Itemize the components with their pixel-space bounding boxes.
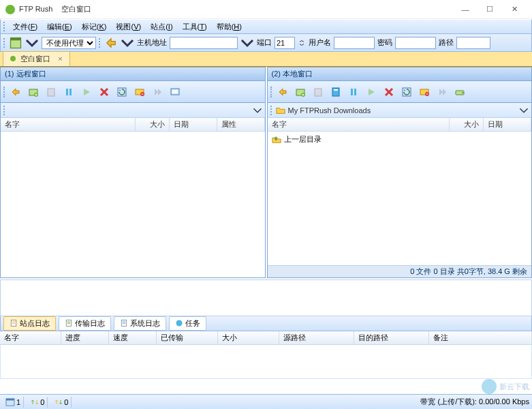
doc-icon xyxy=(65,319,73,327)
menu-view[interactable]: 视图(V) xyxy=(112,20,145,33)
remote-refresh-button[interactable] xyxy=(114,84,130,100)
menu-help[interactable]: 帮助(H) xyxy=(213,20,246,33)
queue-col-name[interactable]: 名字 xyxy=(0,331,61,344)
menu-edit[interactable]: 编辑(E) xyxy=(43,20,76,33)
user-input[interactable] xyxy=(334,37,375,49)
folder-icon xyxy=(276,106,285,115)
remote-delete-button[interactable] xyxy=(96,84,112,100)
remote-col-size[interactable]: 大小 xyxy=(136,118,170,131)
port-input[interactable] xyxy=(275,37,295,49)
new-window-icon[interactable] xyxy=(9,36,22,50)
session-tab-close-icon[interactable]: × xyxy=(58,55,62,63)
local-panel: (2) 本地窗口 名字 大小 日期 xyxy=(267,67,533,278)
menubar-grip[interactable] xyxy=(3,22,6,31)
queue-col-progress[interactable]: 进度 xyxy=(61,331,109,344)
addrbar-grip-2[interactable] xyxy=(99,38,101,48)
local-path-grip[interactable] xyxy=(270,106,273,115)
watermark-text: 新云下载 xyxy=(499,382,529,392)
remote-play-button[interactable] xyxy=(78,84,95,100)
remote-pause-button[interactable] xyxy=(61,84,77,100)
svg-rect-28 xyxy=(121,320,127,327)
local-file-list[interactable]: 上一层目录 xyxy=(268,132,532,265)
log-area[interactable] xyxy=(0,279,532,316)
menu-mark[interactable]: 标记(K) xyxy=(78,20,111,33)
host-history-icon[interactable] xyxy=(240,36,254,50)
remote-terminal-button[interactable] xyxy=(167,84,183,100)
local-status: 0 文件 0 目录 共0字节, 38.4 G 剩余 xyxy=(268,265,532,277)
local-delete-button[interactable] xyxy=(381,84,397,100)
local-stop-button[interactable] xyxy=(416,84,433,100)
remote-col-date[interactable]: 日期 xyxy=(170,118,217,131)
queue-list[interactable] xyxy=(0,345,532,379)
menu-site[interactable]: 站点(I) xyxy=(146,20,176,33)
addrbar-grip[interactable] xyxy=(3,38,6,48)
queue-col-speed[interactable]: 速度 xyxy=(109,331,157,344)
remote-toolbar-grip[interactable] xyxy=(3,87,6,97)
svg-point-25 xyxy=(462,92,463,93)
local-paste-button[interactable] xyxy=(310,84,326,100)
local-drive-button[interactable] xyxy=(452,84,468,100)
windows-icon xyxy=(5,398,15,406)
queue-col-size[interactable]: 大小 xyxy=(218,331,279,344)
remote-forward-button[interactable] xyxy=(149,84,166,100)
local-col-date[interactable]: 日期 xyxy=(484,118,531,131)
menu-file[interactable]: 文件(F) xyxy=(9,20,42,33)
session-tab[interactable]: 空白窗口 × xyxy=(3,51,70,66)
local-play-button[interactable] xyxy=(363,84,379,100)
path-label: 路径 xyxy=(439,37,454,48)
local-book-button[interactable] xyxy=(328,84,344,100)
remote-transfer-button[interactable] xyxy=(7,84,24,100)
svg-rect-31 xyxy=(6,398,14,400)
tab-tasks[interactable]: 任务 xyxy=(169,316,206,331)
path-input[interactable] xyxy=(456,37,490,49)
svg-rect-5 xyxy=(66,89,68,95)
host-input[interactable] xyxy=(170,37,238,49)
remote-path-input[interactable] xyxy=(9,106,250,115)
svg-rect-19 xyxy=(354,89,356,95)
pass-label: 密码 xyxy=(377,37,392,48)
remote-file-list[interactable] xyxy=(1,132,265,277)
local-forward-button[interactable] xyxy=(434,84,450,100)
remote-col-attr[interactable]: 属性 xyxy=(217,118,265,131)
tab-syslog[interactable]: 系统日志 xyxy=(114,316,166,331)
local-queue-button[interactable] xyxy=(292,84,309,100)
dropdown-icon[interactable] xyxy=(25,36,39,50)
local-toolbar-grip[interactable] xyxy=(270,87,273,97)
session-status-icon xyxy=(10,56,16,61)
maximize-button[interactable]: ☐ xyxy=(478,1,502,18)
queue-col-dst[interactable]: 目的路径 xyxy=(354,331,429,344)
connect-icon[interactable] xyxy=(104,36,118,50)
queue-col-src[interactable]: 源路径 xyxy=(279,331,354,344)
remote-col-name[interactable]: 名字 xyxy=(1,118,136,131)
close-button[interactable]: ✕ xyxy=(502,1,527,18)
remote-path-dropdown-icon[interactable] xyxy=(253,106,262,115)
port-spinner[interactable] xyxy=(298,36,306,50)
remote-path-grip[interactable] xyxy=(3,106,6,115)
remote-stop-button[interactable] xyxy=(131,84,148,100)
remote-queue-button[interactable] xyxy=(25,84,42,100)
doc-icon xyxy=(120,319,128,327)
tab-sitelog[interactable]: 站点日志 xyxy=(3,316,56,331)
remote-toolbar xyxy=(1,81,265,103)
queue-col-xferred[interactable]: 已传输 xyxy=(157,331,218,344)
remote-paste-button[interactable] xyxy=(43,84,59,100)
local-col-name[interactable]: 名字 xyxy=(268,118,450,131)
tab-xferlog[interactable]: 传输日志 xyxy=(59,316,111,331)
panels: (1) 远程窗口 名字 大小 日期 属性 (2) 本地窗口 xyxy=(0,67,532,278)
local-col-size[interactable]: 大小 xyxy=(450,118,484,131)
local-transfer-button[interactable] xyxy=(275,84,291,100)
svg-rect-10 xyxy=(142,93,144,94)
local-path-dropdown-icon[interactable] xyxy=(519,106,529,115)
proxy-select[interactable]: 不使用代理 xyxy=(42,37,96,49)
pass-input[interactable] xyxy=(395,37,436,49)
minimize-button[interactable]: — xyxy=(453,1,478,18)
list-item[interactable]: 上一层目录 xyxy=(272,133,528,145)
menu-tools[interactable]: 工具(T) xyxy=(178,20,211,33)
connect-dropdown-icon[interactable] xyxy=(121,36,134,50)
titlebar: FTP Rush 空白窗口 — ☐ ✕ xyxy=(0,0,532,19)
local-pause-button[interactable] xyxy=(345,84,362,100)
local-refresh-button[interactable] xyxy=(398,84,415,100)
queue-col-remark[interactable]: 备注 xyxy=(429,331,532,344)
watermark-icon xyxy=(482,379,497,394)
local-path-input[interactable] xyxy=(288,106,517,115)
